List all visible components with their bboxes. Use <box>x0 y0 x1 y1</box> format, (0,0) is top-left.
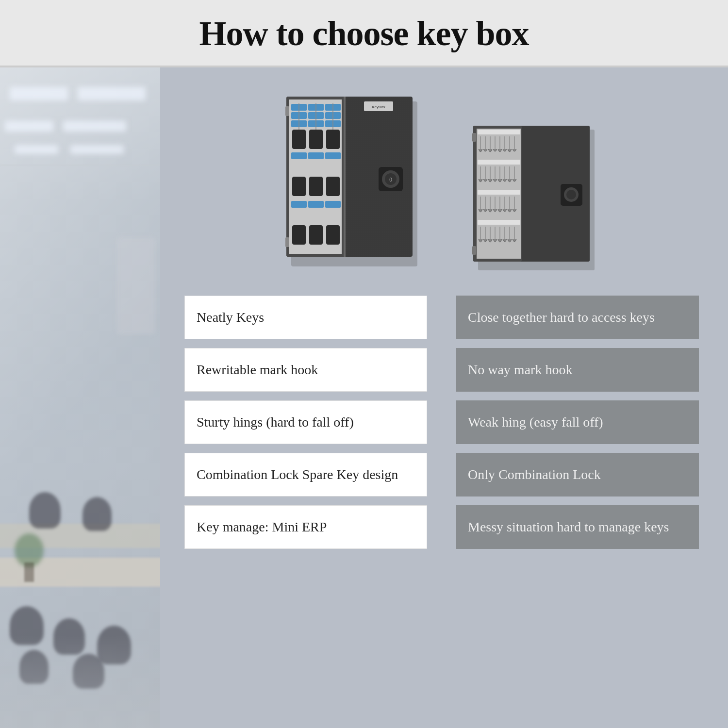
good-feature-2: Rewritable mark hook <box>184 348 427 392</box>
svg-rect-73 <box>478 190 520 195</box>
chair-7 <box>83 497 112 531</box>
bad-feature-4: Only Combination Lock <box>456 453 699 496</box>
bad-feature-3: Weak hing (easy fall off) <box>456 400 699 444</box>
good-features-column: Neatly Keys Rewritable mark hook Sturty … <box>184 296 427 549</box>
svg-rect-50 <box>472 246 476 255</box>
products-row: 0 <box>184 87 699 276</box>
bad-features-column: Close together hard to access keys No wa… <box>456 296 699 549</box>
page-title: How to choose key box <box>0 14 728 54</box>
good-feature-4: Combination Lock Spare Key design <box>184 453 427 496</box>
bad-key-box-image <box>471 126 602 276</box>
office-background <box>0 67 160 728</box>
svg-rect-37 <box>308 201 324 208</box>
right-panel: 0 <box>160 67 728 728</box>
svg-text:0: 0 <box>389 177 392 182</box>
bad-feature-5: Messy situation hard to manage keys <box>456 505 699 549</box>
bad-key-box-svg <box>471 126 602 276</box>
svg-rect-41 <box>326 225 340 245</box>
svg-rect-30 <box>291 152 307 159</box>
svg-rect-33 <box>292 177 306 196</box>
staircase <box>116 237 155 334</box>
svg-rect-6 <box>285 237 289 247</box>
plant-stem <box>24 563 34 582</box>
page-header: How to choose key box <box>0 0 728 66</box>
floor-gradient <box>0 635 160 728</box>
svg-rect-34 <box>309 177 323 196</box>
svg-rect-4 <box>344 97 346 257</box>
svg-rect-26 <box>326 130 340 149</box>
ceiling-light-4 <box>63 121 126 132</box>
svg-text:KeyBox: KeyBox <box>372 105 385 109</box>
svg-rect-24 <box>292 130 306 149</box>
good-key-box-image: 0 <box>281 97 432 276</box>
bad-feature-2: No way mark hook <box>456 348 699 392</box>
good-feature-5: Key manage: Mini ERP <box>184 505 427 549</box>
svg-rect-39 <box>292 225 306 245</box>
svg-rect-35 <box>326 177 340 196</box>
svg-rect-38 <box>325 201 341 208</box>
svg-rect-36 <box>291 201 307 208</box>
ceiling-light-6 <box>70 145 124 154</box>
svg-rect-32 <box>325 152 341 159</box>
good-feature-1: Neatly Keys <box>184 296 427 339</box>
svg-rect-5 <box>285 106 289 116</box>
svg-rect-40 <box>309 225 323 245</box>
svg-rect-55 <box>478 130 520 134</box>
good-feature-3: Sturty hings (hard to fall off) <box>184 400 427 444</box>
svg-rect-25 <box>309 130 323 149</box>
svg-point-53 <box>566 190 576 199</box>
chair-6 <box>29 492 61 529</box>
room-line <box>0 165 160 166</box>
ceiling-light-5 <box>15 145 58 154</box>
svg-rect-82 <box>478 220 520 225</box>
good-key-box-svg: 0 <box>281 97 432 276</box>
svg-rect-49 <box>472 133 476 142</box>
main-content: 0 <box>0 67 728 728</box>
svg-rect-64 <box>478 160 520 165</box>
bad-feature-1: Close together hard to access keys <box>456 296 699 339</box>
svg-rect-31 <box>308 152 324 159</box>
ceiling-light-3 <box>5 121 53 132</box>
ceiling-light-2 <box>78 87 146 100</box>
ceiling-light-1 <box>10 87 68 100</box>
comparison-section: Neatly Keys Rewritable mark hook Sturty … <box>184 296 699 549</box>
